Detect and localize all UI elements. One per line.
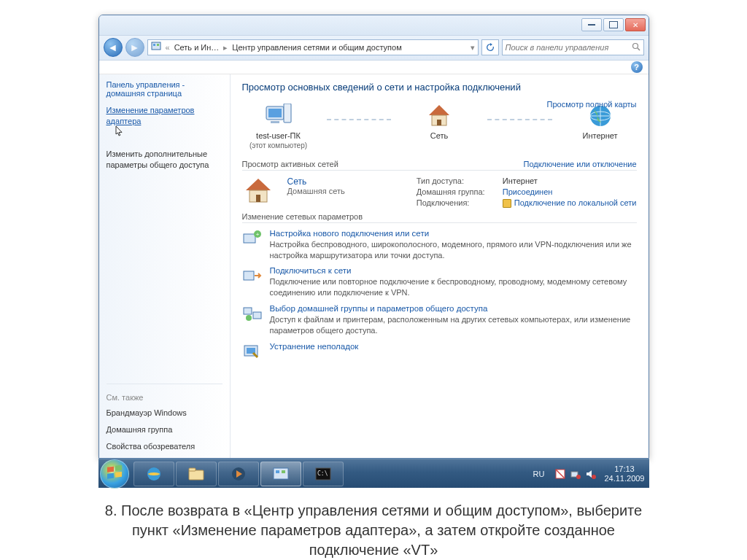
internet-label: Интернет [583, 131, 618, 141]
svg-rect-32 [189, 468, 196, 471]
titlebar [99, 15, 649, 36]
taskbar-control-panel[interactable] [260, 462, 301, 486]
homegroup-icon [242, 304, 263, 323]
svg-rect-16 [256, 195, 260, 202]
page-title: Просмотр основных сведений о сети и наст… [242, 82, 637, 93]
breadcrumb[interactable]: « Сеть и Ин… ▸ Центр управления сетями и… [147, 39, 479, 55]
task-title[interactable]: Настройка нового подключения или сети [270, 229, 637, 238]
svg-rect-27 [115, 465, 122, 471]
task-homegroup-sharing[interactable]: Выбор домашней группы и параметров общег… [242, 304, 637, 336]
task-new-connection[interactable]: + Настройка нового подключения или сети … [242, 229, 637, 261]
change-adapter-settings-link[interactable]: Изменение параметров адаптера [107, 105, 222, 127]
search-box[interactable] [502, 39, 644, 55]
svg-rect-8 [271, 121, 279, 123]
cursor-icon [114, 125, 230, 140]
svg-rect-17 [244, 234, 255, 243]
network-label: Сеть [430, 131, 448, 141]
svg-rect-11 [437, 120, 441, 125]
help-icon[interactable]: ? [631, 61, 643, 73]
refresh-button[interactable] [481, 39, 499, 55]
tray-volume-icon[interactable] [585, 468, 597, 480]
main-panel: Просмотр основных сведений о сети и наст… [231, 74, 649, 458]
svg-rect-37 [282, 470, 285, 473]
active-networks-header: Просмотр активных сетей Подключение или … [242, 160, 637, 171]
connect-disconnect-link[interactable]: Подключение или отключение [523, 160, 636, 168]
language-indicator[interactable]: RU [530, 468, 548, 480]
task-desc: Подключение или повторное подключение к … [270, 276, 637, 298]
network-node[interactable]: Сеть [403, 103, 476, 141]
taskbar: C:\ RU 17:13 24.11.2009 [98, 459, 649, 488]
svg-point-3 [632, 43, 638, 48]
task-troubleshoot[interactable]: Устранение неполадок [242, 342, 637, 361]
taskbar-media-player[interactable] [218, 462, 259, 486]
internet-options-link[interactable]: Свойства обозревателя [107, 441, 222, 452]
svg-rect-35 [274, 468, 288, 479]
maximize-button[interactable] [603, 18, 624, 31]
network-map-row: test-user-ПК (этот компьютер) Сеть [242, 100, 637, 155]
pc-subtitle: (этот компьютер) [249, 141, 307, 149]
lan-icon [503, 199, 511, 208]
svg-rect-7 [284, 104, 291, 122]
svg-marker-9 [429, 105, 449, 115]
firewall-link[interactable]: Брандмауэр Windows [107, 408, 222, 419]
svg-text:+: + [255, 231, 259, 238]
svg-line-4 [638, 48, 640, 50]
forward-button[interactable]: ► [125, 38, 144, 57]
taskbar-ie[interactable] [133, 462, 174, 486]
change-sharing-settings-link[interactable]: Изменить дополнительные параметры общего… [107, 149, 222, 171]
pc-name: test-user-ПК [256, 131, 301, 140]
breadcrumb-level1[interactable]: Сеть и Ин… [174, 43, 220, 52]
svg-rect-22 [253, 312, 261, 319]
tray-action-center-icon[interactable] [554, 468, 566, 480]
start-button[interactable] [100, 459, 129, 489]
change-settings-header: Изменение сетевых параметров [242, 212, 637, 223]
svg-marker-14 [246, 179, 271, 190]
svg-rect-20 [244, 271, 254, 280]
taskbar-explorer[interactable] [176, 462, 217, 486]
taskbar-cmd[interactable]: C:\ [303, 462, 344, 486]
back-button[interactable]: ◄ [104, 38, 123, 57]
full-map-link[interactable]: Просмотр полной карты [547, 100, 637, 109]
homegroup-value[interactable]: Присоединен [503, 187, 637, 196]
svg-rect-6 [268, 109, 282, 117]
homegroup-link[interactable]: Домашняя группа [107, 424, 222, 435]
connect-network-icon [242, 266, 263, 285]
search-input[interactable] [506, 43, 629, 52]
svg-rect-28 [107, 472, 114, 478]
control-panel-icon [151, 42, 161, 53]
navigation-bar: ◄ ► « Сеть и Ин… ▸ Центр управления сетя… [99, 36, 649, 61]
svg-rect-31 [189, 470, 204, 480]
active-network-type: Домашняя сеть [287, 187, 345, 195]
svg-rect-26 [107, 466, 114, 472]
computer-icon [264, 103, 293, 129]
svg-point-43 [576, 475, 581, 479]
tray-network-icon[interactable] [570, 468, 581, 480]
svg-point-23 [246, 315, 252, 321]
clock-date: 24.11.2009 [604, 474, 644, 483]
task-desc: Настройка беспроводного, широкополосного… [270, 239, 637, 261]
minimize-button[interactable] [581, 18, 602, 31]
help-row: ? [99, 61, 649, 75]
svg-point-45 [592, 475, 596, 479]
control-panel-home-link[interactable]: Панель управления - домашняя страница [107, 80, 222, 98]
task-connect-network[interactable]: Подключиться к сети Подключение или повт… [242, 266, 637, 298]
home-network-icon [242, 176, 274, 206]
close-button[interactable] [625, 18, 646, 31]
connections-value[interactable]: Подключение по локальной сети [503, 198, 637, 208]
breadcrumb-level2[interactable]: Центр управления сетями и общим доступом [232, 43, 401, 52]
homegroup-label: Домашняя группа: [417, 187, 497, 196]
svg-rect-0 [152, 42, 160, 50]
svg-rect-21 [244, 308, 252, 314]
svg-rect-36 [276, 470, 279, 473]
sidebar: Панель управления - домашняя страница Из… [99, 74, 231, 458]
this-pc-node[interactable]: test-user-ПК (этот компьютер) [242, 103, 315, 149]
access-type-value: Интернет [503, 176, 637, 185]
task-title[interactable]: Выбор домашней группы и параметров общег… [270, 304, 637, 313]
task-title[interactable]: Подключиться к сети [270, 266, 637, 275]
connection-line [327, 119, 392, 120]
clock[interactable]: 17:13 24.11.2009 [604, 464, 644, 483]
search-icon [632, 42, 640, 53]
active-network-name[interactable]: Сеть [287, 176, 345, 187]
task-title[interactable]: Устранение неполадок [270, 342, 359, 351]
new-connection-icon: + [242, 229, 263, 248]
